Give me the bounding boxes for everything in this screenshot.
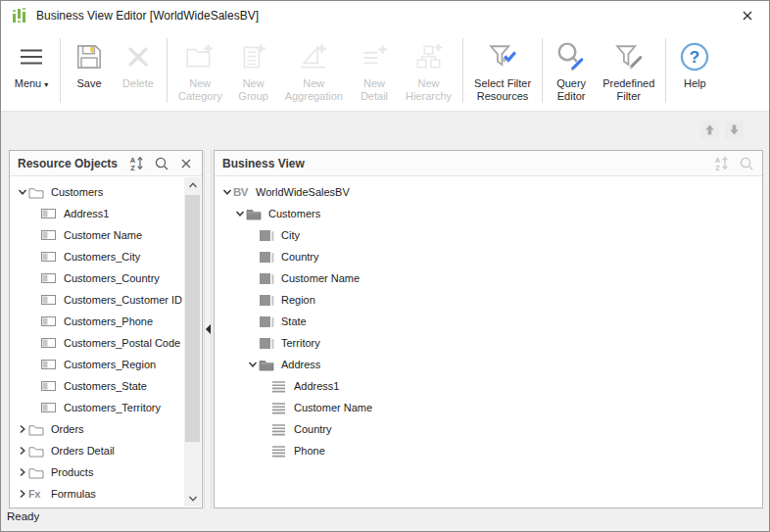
tree-row[interactable]: BVWorldWideSalesBV	[216, 181, 761, 203]
tree-node-label: City	[281, 229, 300, 241]
close-window-button[interactable]	[738, 7, 757, 24]
group-icon	[259, 271, 278, 285]
tree-row[interactable]: Address	[216, 354, 761, 375]
resource-objects-panel: Resource Objects A Z	[9, 150, 203, 508]
toolbar-button-label: NewDetail	[361, 77, 388, 103]
tree-node-label: Country	[294, 423, 332, 435]
tree-node-label: Customers_Customer ID	[64, 294, 182, 306]
tree-row[interactable]: Customers_State	[11, 375, 184, 397]
close-panel-icon[interactable]	[177, 155, 194, 171]
chevron-down-icon[interactable]	[220, 186, 233, 198]
new-hierarchy-button: NewHierarchy	[399, 30, 458, 111]
scroll-down-icon[interactable]	[184, 491, 201, 507]
toolbar-button-label: NewCategory	[178, 77, 222, 103]
svg-text:?: ?	[690, 48, 699, 67]
tree-row[interactable]: Territory	[216, 332, 761, 354]
tree-node-label: Region	[281, 294, 315, 306]
tree-node-label: Customers_State	[64, 380, 147, 392]
tree-row[interactable]: Products	[11, 461, 184, 483]
tree-row[interactable]: Customer Name	[11, 224, 184, 246]
tree-row[interactable]: Country	[216, 418, 761, 440]
chevron-spacer	[246, 337, 259, 349]
chevron-right-icon[interactable]	[16, 445, 28, 457]
scrollbar-thumb[interactable]	[185, 195, 200, 442]
tree-row[interactable]: Customers_Customer ID	[11, 289, 184, 311]
chevron-down-icon[interactable]	[246, 359, 259, 370]
tree-node-label: Customers	[51, 186, 103, 198]
chevron-right-icon[interactable]	[16, 423, 28, 435]
chevron-spacer	[259, 423, 271, 435]
chevron-right-icon[interactable]	[16, 466, 28, 478]
tree-row[interactable]: Customers_Postal Code	[11, 332, 184, 354]
help-button[interactable]: ?Help	[670, 30, 719, 111]
group-icon	[259, 250, 278, 264]
tree-node-label: Address1	[294, 380, 339, 392]
toolbar-separator	[542, 38, 543, 103]
query-editor-button[interactable]: QueryEditor	[547, 30, 596, 111]
scroll-up-icon[interactable]	[184, 177, 201, 193]
tree-row[interactable]: Customers_Region	[11, 354, 184, 375]
sort-az-icon[interactable]: A Z	[713, 155, 730, 171]
menu-button[interactable]: Menu▾	[7, 30, 56, 111]
new-category-icon	[182, 39, 217, 74]
tree-node-label: Address	[281, 359, 320, 370]
tree-node-label: Customers_Postal Code	[64, 337, 180, 349]
tree-row[interactable]: Orders	[11, 418, 184, 440]
tree-row[interactable]: Customer Name	[216, 267, 761, 289]
chevron-down-icon[interactable]	[16, 186, 28, 198]
vertical-scrollbar[interactable]	[184, 177, 201, 507]
svg-text:Z: Z	[715, 164, 720, 172]
business-view-header: Business View A Z	[215, 151, 762, 176]
window-title: Business View Editor [WorldWideSalesBV]	[36, 9, 259, 23]
delete-icon	[120, 39, 156, 74]
panel-splitter[interactable]	[204, 150, 212, 508]
tree-row[interactable]: Country	[216, 246, 761, 267]
tree-row[interactable]: Region	[216, 289, 761, 311]
tree-row[interactable]: Customers_Phone	[11, 311, 184, 332]
chevron-spacer	[28, 315, 41, 327]
tree-row[interactable]: Customers_Territory	[11, 397, 184, 418]
tree-row[interactable]: Orders Detail	[11, 440, 184, 461]
tree-row[interactable]: FxFormulas	[11, 483, 184, 505]
move-up-button[interactable]	[700, 121, 719, 139]
search-icon[interactable]	[153, 155, 169, 171]
field-icon	[41, 228, 61, 242]
toolbar-button-label: PredefinedFilter	[602, 77, 654, 103]
move-down-button[interactable]	[725, 121, 744, 139]
tree-row[interactable]: Customers_City	[11, 246, 184, 267]
tree-row[interactable]: Address1	[216, 375, 761, 397]
save-button[interactable]: Save	[65, 30, 114, 111]
chevron-right-icon[interactable]	[16, 488, 28, 500]
select-filter-resources-button[interactable]: Select FilterResources	[467, 30, 538, 111]
chevron-spacer	[259, 445, 271, 457]
table-icon	[28, 444, 48, 458]
tree-row[interactable]: Customers	[11, 181, 184, 203]
tree-row[interactable]: Phone	[216, 440, 761, 461]
tree-row[interactable]: City	[216, 224, 761, 246]
chevron-down-icon[interactable]	[233, 208, 246, 219]
sort-az-icon[interactable]: A Z	[128, 155, 145, 171]
tree-row[interactable]: Customers	[216, 203, 761, 224]
chevron-spacer	[259, 402, 271, 413]
app-logo-icon	[11, 7, 28, 24]
chevron-spacer	[246, 294, 259, 306]
new-aggregation-icon	[296, 39, 331, 74]
filter-check-icon	[485, 39, 520, 74]
tree-row[interactable]: Customers_Country	[11, 267, 184, 289]
tree-row[interactable]: Customer Name	[216, 397, 761, 418]
chevron-spacer	[246, 229, 259, 241]
search-icon[interactable]	[738, 155, 754, 171]
group-icon	[259, 228, 278, 242]
collapse-left-icon	[206, 324, 211, 334]
chevron-spacer	[28, 229, 41, 241]
new-category-button: NewCategory	[171, 30, 229, 111]
group-icon	[259, 314, 278, 328]
new-hierarchy-icon	[411, 39, 447, 74]
tree-row[interactable]: State	[216, 311, 761, 332]
field-icon	[41, 293, 61, 307]
predefined-filter-button[interactable]: PredefinedFilter	[596, 30, 661, 111]
tree-row[interactable]: Address1	[11, 203, 184, 224]
tree-node-label: Orders	[51, 423, 84, 435]
field-icon	[41, 401, 61, 414]
chevron-spacer	[28, 251, 41, 263]
